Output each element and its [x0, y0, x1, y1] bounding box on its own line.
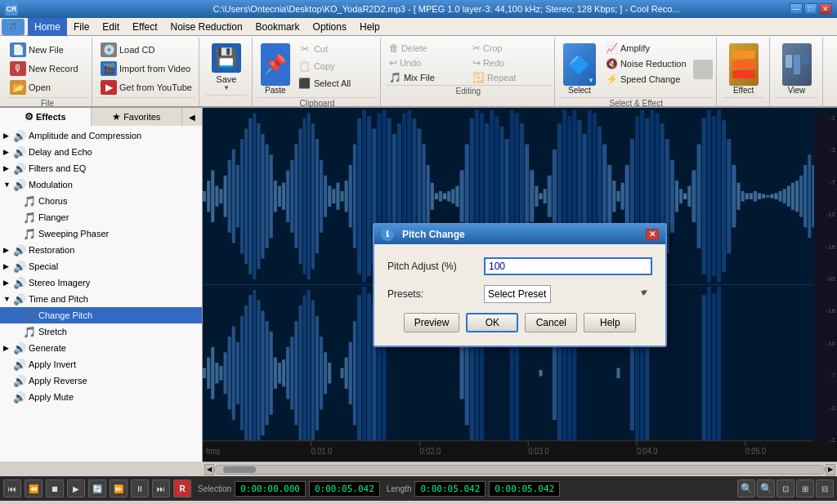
tree-item-filters[interactable]: ▶ 🔊 Filters and EQ: [0, 160, 202, 176]
menu-file[interactable]: File: [67, 18, 96, 36]
scroll-track[interactable]: [214, 465, 826, 475]
transport-stop-button[interactable]: ⏹: [46, 479, 64, 497]
clipboard-buttons: 📌 Paste ✂ Cut 📋 Copy ⬛ Select All: [257, 41, 377, 97]
select-button[interactable]: 🔷 ▼ Select: [560, 41, 599, 97]
pitch-adjust-input[interactable]: [484, 257, 652, 275]
cut-button[interactable]: ✂ Cut: [295, 41, 377, 57]
ribbon-editing-group: 🗑 Delete ✂ Crop ↩ Undo ↪ Redo 🎵 Mix File: [383, 38, 555, 106]
tree-item-chorus[interactable]: 🎵 Chorus: [0, 193, 202, 209]
tree-item-sweeping-phaser[interactable]: 🎵 Sweeping Phaser: [0, 225, 202, 242]
tree-item-delay[interactable]: ▶ 🔊 Delay and Echo: [0, 144, 202, 160]
redo-icon: ↪: [472, 57, 481, 69]
load-cd-button[interactable]: 💿 Load CD: [97, 41, 195, 59]
save-arrow: ▼: [223, 84, 230, 91]
ribbon-save-group: 💾 Save ▼: [201, 38, 253, 106]
mix-file-button[interactable]: 🎵 Mix File: [386, 70, 468, 85]
tree-item-special[interactable]: ▶ 🔊 Special: [0, 258, 202, 274]
delete-icon: 🗑: [389, 42, 399, 54]
scroll-left-button[interactable]: ◀: [204, 464, 214, 475]
transport-pause-button[interactable]: ⏸: [131, 479, 149, 497]
transport-loop-button[interactable]: 🔄: [88, 479, 106, 497]
menu-home[interactable]: Home: [28, 18, 67, 36]
modal-body: Pitch Adjust (%) Presets: Select Preset …: [374, 244, 665, 346]
tree-item-time-pitch[interactable]: ▼ 🔊 Time and Pitch: [0, 291, 202, 307]
tree-item-change-pitch[interactable]: 🎵 Change Pitch: [0, 307, 202, 323]
crop-button[interactable]: ✂ Crop: [469, 41, 551, 56]
presets-row: Presets: Select Preset ▼: [387, 285, 652, 303]
maximize-button[interactable]: □: [804, 3, 817, 15]
zoom-in-button[interactable]: 🔍: [737, 479, 755, 497]
effect-button[interactable]: Effect: [723, 41, 764, 97]
new-record-button[interactable]: 🎙 New Record: [7, 60, 88, 78]
sidebar-tab-favorites[interactable]: ★ Favorites: [92, 108, 183, 126]
paste-button[interactable]: 📌 Paste: [257, 41, 293, 97]
sidebar-collapse-button[interactable]: ◀: [182, 108, 202, 126]
tree-item-apply-mute[interactable]: 🔊 Apply Mute: [0, 389, 202, 405]
mix-file-icon: 🎵: [389, 72, 401, 83]
tree-item-stretch[interactable]: 🎵 Stretch: [0, 323, 202, 340]
transport-forward-button[interactable]: ⏩: [110, 479, 128, 497]
repeat-icon: 🔁: [472, 72, 485, 83]
get-youtube-button[interactable]: ▶ Get from YouTube: [97, 78, 195, 96]
modal-close-button[interactable]: ✕: [646, 229, 659, 240]
clipboard-label: Clipboard: [257, 97, 377, 109]
copy-button[interactable]: 📋 Copy: [295, 58, 377, 74]
open-button[interactable]: 📂 Open: [7, 78, 88, 96]
record-button[interactable]: R: [173, 479, 191, 497]
copy-icon: 📋: [298, 60, 311, 73]
menu-noise-reduction[interactable]: Noise Reduction: [164, 18, 249, 36]
redo-button[interactable]: ↪ Redo: [469, 56, 551, 70]
load-cd-icon: 💿: [101, 42, 117, 57]
minimize-button[interactable]: —: [790, 3, 803, 15]
help-button[interactable]: Help: [584, 313, 636, 332]
scroll-thumb[interactable]: [223, 466, 256, 473]
zoom-custom-button[interactable]: ⊟: [816, 479, 834, 497]
view-button[interactable]: View: [777, 41, 817, 97]
tree-item-apply-invert[interactable]: 🔊 Apply Invert: [0, 356, 202, 372]
delete-button[interactable]: 🗑 Delete: [386, 41, 468, 56]
noise-reduction-button[interactable]: 🔇 Noise Reduction: [602, 56, 690, 71]
tree-item-modulation[interactable]: ▼ 🔊 Modulation: [0, 176, 202, 193]
tree-item-restoration[interactable]: ▶ 🔊 Restoration: [0, 242, 202, 258]
window-controls[interactable]: — □ ✕: [790, 3, 832, 15]
menu-help[interactable]: Help: [353, 18, 387, 36]
file2-group-label: [97, 97, 195, 109]
editing-buttons-row2: ↩ Undo ↪ Redo: [386, 56, 551, 70]
ok-button[interactable]: OK: [466, 313, 518, 332]
transport-start-button[interactable]: ⏮: [3, 479, 21, 497]
menu-edit[interactable]: Edit: [96, 18, 126, 36]
undo-button[interactable]: ↩ Undo: [386, 56, 468, 70]
repeat-button[interactable]: 🔁 Repeat: [469, 70, 551, 85]
amplify-button[interactable]: 📈 Amplify: [602, 41, 690, 56]
zoom-fit-button[interactable]: ⊡: [777, 479, 794, 497]
zoom-full-button[interactable]: ⊞: [796, 479, 814, 497]
transport-rewind-button[interactable]: ⏪: [25, 479, 43, 497]
close-button[interactable]: ✕: [819, 3, 832, 15]
tree-item-apply-reverse[interactable]: 🔊 Apply Reverse: [0, 372, 202, 389]
cancel-button[interactable]: Cancel: [525, 313, 577, 332]
presets-select[interactable]: Select Preset: [484, 285, 551, 303]
transport-play-button[interactable]: ▶: [67, 479, 85, 497]
import-video-button[interactable]: 🎬 Import from Video: [97, 60, 195, 78]
menu-effect[interactable]: Effect: [126, 18, 163, 36]
save-button[interactable]: 💾 Save ▼: [206, 41, 247, 94]
speed-change-button[interactable]: ⚡ Speed Change: [602, 72, 690, 87]
tree-item-stereo-imagery[interactable]: ▶ 🔊 Stereo Imagery: [0, 274, 202, 291]
new-file-button[interactable]: 📄 New File: [7, 41, 88, 59]
select-all-button[interactable]: ⬛ Select All: [295, 75, 377, 91]
select-arrow-icon: ▼: [639, 288, 647, 297]
select-label: Select: [568, 86, 591, 95]
tree-item-amplitude[interactable]: ▶ 🔊 Amplitude and Compression: [0, 127, 202, 144]
tree-item-generate[interactable]: ▶ 🔊 Generate: [0, 340, 202, 356]
transport-end-button[interactable]: ⏭: [152, 479, 170, 497]
scroll-right-button[interactable]: ▶: [826, 464, 835, 475]
menu-options[interactable]: Options: [307, 18, 353, 36]
menu-bookmark[interactable]: Bookmark: [249, 18, 307, 36]
sidebar-tab-effects[interactable]: ⚙ Effects: [0, 108, 92, 126]
open-icon: 📂: [10, 80, 26, 95]
zoom-out-button[interactable]: 🔍: [757, 479, 775, 497]
modal-buttons: Preview OK Cancel Help: [387, 313, 652, 332]
tree-item-flanger[interactable]: 🎵 Flanger: [0, 209, 202, 225]
preview-button[interactable]: Preview: [404, 313, 460, 332]
ribbon: 📄 New File 🎙 New Record 📂 Open File 💿 Lo…: [0, 36, 837, 108]
